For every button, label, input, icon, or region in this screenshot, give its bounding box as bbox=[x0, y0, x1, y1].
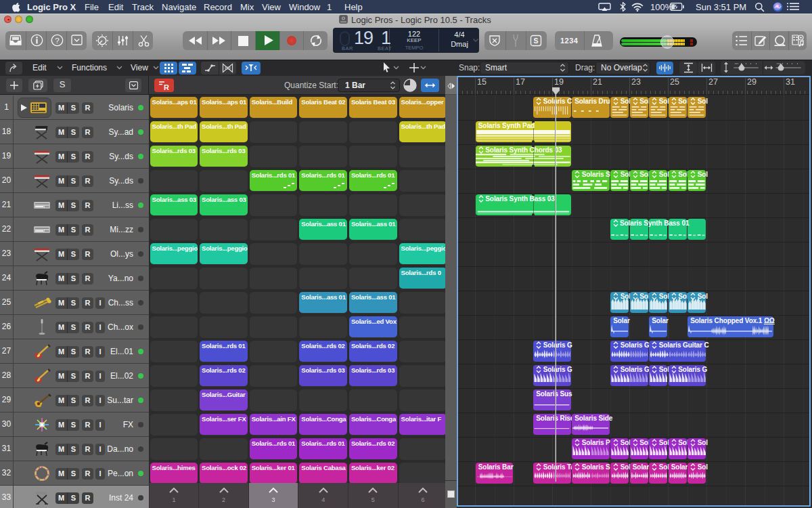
svg-text:S: S bbox=[533, 37, 538, 45]
svg-text:?: ? bbox=[55, 37, 59, 45]
svg-text:R: R bbox=[164, 83, 169, 91]
